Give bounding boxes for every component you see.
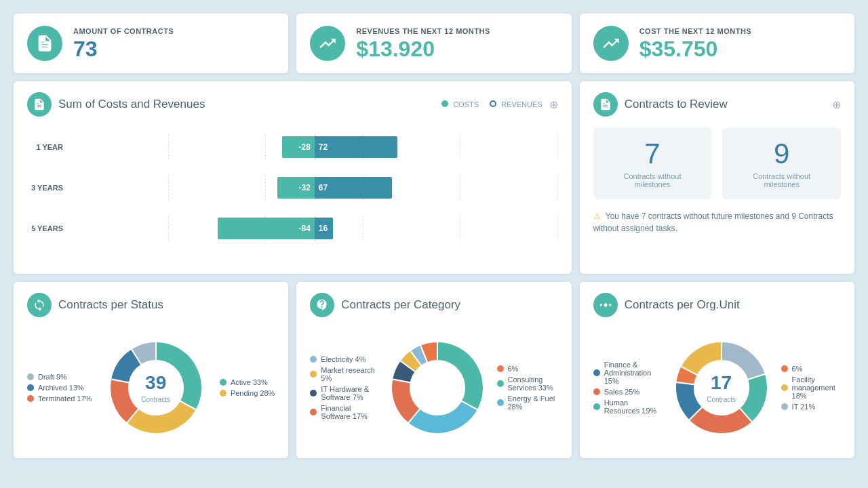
kpi-amount-contracts-value: 73: [73, 38, 174, 60]
review-box-0-label: Contracts without milestones: [610, 172, 696, 188]
kpi-cost-value: $35.750: [639, 38, 752, 60]
cat-legend-consulting: Consulting Services 33%: [497, 375, 558, 392]
kpi-amount-contracts: AMOUNT OF CONTRACTS 73: [14, 14, 288, 73]
contracts-icon: [27, 26, 62, 61]
org-panel-header: Contracts per Org.Unit: [593, 293, 841, 317]
consulting-dot: [497, 380, 504, 387]
neg-bar-1: -32: [277, 177, 314, 199]
revenues-icon: [310, 26, 345, 61]
kpi-amount-contracts-label: AMOUNT OF CONTRACTS: [73, 27, 174, 35]
facility-dot: [781, 384, 788, 391]
pending-dot: [220, 390, 226, 396]
neg-bar-0: -28: [282, 136, 315, 158]
bar-chart: 1 YEAR-28723 YEARS-32675 YEARS-8416: [27, 127, 558, 263]
category-panel-title: Contracts per Category: [341, 298, 557, 312]
status-legend-pending: Pending 28%: [220, 389, 275, 397]
draft-dot: [27, 373, 34, 380]
svg-point-0: [604, 304, 607, 307]
org-donut-section: Finance & Administration 15% Sales 25% H…: [593, 328, 841, 447]
status-panel-header: Contracts per Status: [27, 293, 275, 317]
bar-area-2: -8416: [71, 216, 558, 241]
kpi-revenues-value: $13.920: [356, 38, 490, 60]
org-legend-6pct: 6%: [781, 365, 841, 373]
ithardware-dot: [310, 390, 317, 396]
terminated-dot: [27, 395, 34, 402]
revenues-dot: [490, 100, 496, 107]
review-panel-title: Contracts to Review: [625, 98, 825, 111]
electricity-dot: [310, 356, 317, 363]
it-dot: [781, 403, 788, 410]
sixpct-dot: [497, 365, 504, 372]
active-dot: [220, 379, 226, 386]
review-target-icon[interactable]: ⊕: [832, 98, 841, 111]
org-legend-finance: Finance & Administration 15%: [593, 361, 662, 385]
org-panel-icon: [593, 293, 618, 317]
hr-dot: [593, 403, 600, 410]
review-boxes: 7 Contracts without milestones 9 Contrac…: [593, 127, 841, 199]
warning-icon: ⚠: [593, 211, 601, 221]
pos-bar-0: 72: [315, 136, 397, 158]
status-legend-terminated: Terminated 17%: [27, 394, 92, 403]
review-panel-icon: [593, 92, 618, 117]
kpi-cost-label: COST THE NEXT 12 MONTHS: [639, 27, 752, 35]
pos-bar-2: 16: [315, 218, 333, 239]
bar-row-2: 5 YEARS-8416: [27, 216, 558, 241]
bar-label-0: 1 YEAR: [27, 143, 71, 151]
category-donut-section: Electricity 4% Market research 5% IT Har…: [310, 328, 557, 447]
costs-dot: [441, 100, 448, 107]
bar-area-1: -3267: [71, 175, 558, 201]
review-warning: ⚠ You have 7 contracts without future mi…: [593, 210, 841, 235]
contracts-category-panel: Contracts per Category Electricity 4% Ma…: [296, 282, 571, 458]
contracts-status-panel: Contracts per Status Draft 9% Archived 1…: [14, 282, 288, 458]
review-box-1-label: Contracts without milestones: [738, 172, 825, 188]
cat-legend-market: Market research 5%: [310, 366, 377, 382]
status-legends-right: Active 33% Pending 28%: [220, 378, 275, 397]
bar-label-1: 3 YEARS: [27, 184, 71, 192]
neg-bar-2: -84: [218, 218, 315, 239]
org-6pct-dot: [781, 365, 788, 372]
status-donut-section: Draft 9% Archived 13% Terminated 17% 39 …: [27, 328, 275, 447]
revenues-legend: REVENUES: [490, 100, 542, 108]
status-donut: 39 Contracts: [102, 333, 210, 442]
review-panel-header: Contracts to Review ⊕: [593, 92, 841, 117]
market-dot: [310, 371, 317, 378]
bar-row-0: 1 YEAR-2872: [27, 134, 558, 160]
svg-point-2: [609, 304, 611, 306]
org-legend-sales: Sales 25%: [593, 388, 662, 396]
category-panel-icon: [310, 293, 334, 317]
dashboard: AMOUNT OF CONTRACTS 73 REVENUES THE NEXT…: [14, 14, 854, 458]
kpi-revenues-label: REVENUES THE NEXT 12 MONTHS: [356, 27, 490, 35]
cat-legend-electricity: Electricity 4%: [310, 355, 377, 363]
org-legends-right: 6% Facility management 18% IT 21%: [781, 365, 841, 411]
review-box-0-number: 7: [610, 138, 696, 169]
finance-dot: [593, 369, 600, 376]
archived-dot: [27, 384, 34, 391]
sum-panel-legend: COSTS REVENUES: [441, 100, 542, 108]
pos-bar-1: 67: [315, 177, 392, 199]
sum-target-icon[interactable]: ⊕: [549, 98, 558, 111]
category-legends-left: Electricity 4% Market research 5% IT Har…: [310, 355, 377, 420]
bar-row-1: 3 YEARS-3267: [27, 175, 558, 201]
sum-costs-revenues-panel: Sum of Costs and Revenues COSTS REVENUES…: [14, 81, 572, 274]
org-legend-it: IT 21%: [781, 403, 841, 411]
cat-legend-ithardware: IT Hardware & Software 7%: [310, 385, 377, 401]
cat-legend-6pct: 6%: [497, 365, 558, 373]
financial-dot: [310, 409, 317, 415]
sum-panel-icon: [27, 92, 52, 117]
svg-point-1: [599, 304, 601, 306]
org-legend-facility: Facility management 18%: [781, 375, 841, 400]
category-donut-svg: [383, 333, 492, 442]
review-box-0: 7 Contracts without milestones: [593, 127, 712, 199]
status-legend-draft: Draft 9%: [27, 373, 92, 381]
bar-label-2: 5 YEARS: [27, 224, 71, 232]
org-panel-title: Contracts per Org.Unit: [625, 298, 841, 312]
org-legend-hr: Human Resources 19%: [593, 399, 662, 415]
cat-legend-financial: Financial Software 17%: [310, 404, 377, 420]
category-panel-header: Contracts per Category: [310, 293, 557, 317]
kpi-revenues: REVENUES THE NEXT 12 MONTHS $13.920: [296, 14, 571, 73]
sales-dot: [593, 388, 600, 395]
org-donut: 17 Contracts: [667, 333, 776, 442]
status-legends-left: Draft 9% Archived 13% Terminated 17%: [27, 373, 92, 403]
costs-legend: COSTS: [441, 100, 479, 108]
kpi-cost: COST THE NEXT 12 MONTHS $35.750: [580, 14, 854, 73]
